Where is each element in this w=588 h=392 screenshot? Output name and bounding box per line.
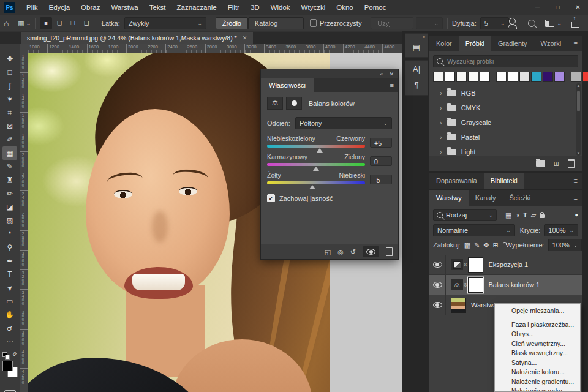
clone-stamp-tool[interactable]: ♜ bbox=[2, 173, 17, 187]
layer-row-balans-kolorow[interactable]: ⚖ ∞ Balans kolorów 1 bbox=[429, 275, 582, 295]
tab-warstwy[interactable]: Warstwy bbox=[429, 190, 469, 206]
visibility-cell[interactable] bbox=[429, 255, 446, 274]
color-swatch[interactable] bbox=[531, 72, 541, 82]
color-swatch[interactable] bbox=[468, 72, 478, 82]
pattern-picker-dropdown[interactable]: ⌄ bbox=[416, 17, 443, 29]
menu-tekst[interactable]: Tekst bbox=[144, 0, 172, 15]
blend-mode-dropdown[interactable]: Normalnie ⌄ bbox=[433, 224, 515, 236]
search-icon[interactable] bbox=[528, 20, 535, 27]
menu-warstwa[interactable]: Warstwa bbox=[105, 0, 143, 15]
menu-wtyczki[interactable]: Wtyczki bbox=[296, 0, 331, 15]
use-pattern-button[interactable]: Użyj wzorku bbox=[371, 17, 413, 29]
folder-pastel[interactable]: › Pastel bbox=[429, 130, 582, 145]
fill-dropdown[interactable]: 100% ⌄ bbox=[548, 239, 582, 251]
trash-icon[interactable] bbox=[568, 159, 575, 168]
layer-name[interactable]: Balans kolorów 1 bbox=[488, 281, 540, 288]
color-swatch[interactable] bbox=[554, 72, 565, 82]
share-for-review-icon[interactable] bbox=[509, 18, 516, 24]
color-swatch[interactable] bbox=[456, 72, 467, 82]
menu-item-nalozenie-wzorku[interactable]: Nałożenie wzorku... bbox=[495, 386, 580, 392]
slider-track[interactable] bbox=[267, 181, 365, 184]
layer-name[interactable]: Ekspozycja 1 bbox=[488, 261, 528, 268]
mode-subtract-selection[interactable]: ❐ bbox=[67, 17, 79, 29]
tab-gradienty[interactable]: Gradienty bbox=[491, 36, 534, 51]
close-icon[interactable]: ✕ bbox=[568, 0, 588, 15]
swatch-search[interactable] bbox=[433, 55, 578, 67]
preserve-luminosity-checkbox[interactable]: ✓ bbox=[267, 194, 275, 202]
tab-wzorki[interactable]: Wzorki bbox=[534, 36, 568, 51]
history-brush-tool[interactable]: ✏ bbox=[2, 187, 17, 200]
collapse-icon[interactable]: « bbox=[405, 34, 428, 40]
workspace-switcher[interactable]: ⌄ bbox=[545, 20, 562, 27]
menu-item-faza-i-plaskorzezba[interactable]: Faza i płaskorzeźba... bbox=[495, 320, 580, 330]
chevron-down-icon[interactable]: ⌄ bbox=[26, 20, 31, 26]
menu-item-blask-wewnetrzny[interactable]: Blask wewnętrzny... bbox=[495, 349, 580, 358]
visibility-cell[interactable] bbox=[429, 295, 446, 315]
color-swatch[interactable] bbox=[480, 72, 490, 82]
color-swatch[interactable] bbox=[508, 72, 518, 82]
visibility-cell[interactable] bbox=[429, 275, 446, 295]
slider-value-field[interactable]: 0 bbox=[370, 156, 392, 166]
scrollbar[interactable]: ▲ ▼ bbox=[576, 83, 581, 156]
color-swatch[interactable] bbox=[433, 72, 443, 82]
scroll-down-icon[interactable]: ▼ bbox=[576, 151, 581, 155]
opacity-dropdown[interactable]: 100% ⌄ bbox=[544, 224, 578, 236]
eraser-tool[interactable]: ◪ bbox=[2, 200, 17, 214]
menu-item-obrys[interactable]: Obrys... bbox=[495, 330, 580, 339]
source-toggle[interactable]: Źródło bbox=[216, 17, 248, 29]
layer-mask-thumbnail[interactable] bbox=[468, 257, 483, 273]
tone-dropdown[interactable]: Półtony ⌄ bbox=[295, 117, 392, 129]
menu-filtr[interactable]: Filtr bbox=[222, 0, 245, 15]
filter-toggle-icon[interactable]: ● bbox=[575, 212, 578, 218]
filter-adjustment-layers-icon[interactable]: ◑ bbox=[515, 211, 519, 219]
menu-edycja[interactable]: Edycja bbox=[43, 0, 76, 15]
delete-adjustment-icon[interactable] bbox=[386, 247, 393, 256]
patch-tool[interactable]: ▦ bbox=[2, 146, 17, 160]
menu-okno[interactable]: Okno bbox=[331, 0, 359, 15]
lock-transparency-icon[interactable]: ▩ bbox=[464, 241, 470, 249]
folder-grayscale[interactable]: › Grayscale bbox=[429, 115, 582, 130]
tab-biblioteki[interactable]: Biblioteki bbox=[484, 173, 524, 189]
paragraph-panel-icon[interactable]: ¶ bbox=[405, 77, 428, 92]
new-group-icon[interactable] bbox=[536, 160, 545, 167]
tool-preset-icon[interactable]: ▦ bbox=[18, 19, 24, 27]
slider-value-field[interactable]: +5 bbox=[370, 138, 392, 148]
slider-track[interactable] bbox=[267, 145, 365, 148]
slider-thumb[interactable] bbox=[313, 167, 319, 171]
pen-tool[interactable]: ✒ bbox=[2, 254, 17, 268]
menu-obraz[interactable]: Obraz bbox=[75, 0, 105, 15]
menu-item-satyna[interactable]: Satyna... bbox=[495, 358, 580, 368]
layer-row-ekspozycja[interactable]: ∞ Ekspozycja 1 bbox=[429, 255, 582, 275]
scrollbar-thumb[interactable] bbox=[577, 91, 580, 111]
crop-tool[interactable]: ⌗ bbox=[2, 106, 17, 119]
folder-cmyk[interactable]: › CMYK bbox=[429, 100, 582, 115]
rectangular-marquee-tool[interactable]: □ bbox=[2, 66, 17, 79]
diffusion-dropdown[interactable]: 5 ⌄ bbox=[480, 17, 510, 29]
menu-item-opcje-mieszania[interactable]: Opcje mieszania... bbox=[495, 306, 580, 316]
tab-dopasowania[interactable]: Dopasowania bbox=[429, 173, 484, 189]
color-swatch[interactable] bbox=[519, 72, 530, 82]
new-swatch-icon[interactable]: ⊞ bbox=[554, 160, 559, 168]
filter-type-layers-icon[interactable]: T bbox=[523, 211, 527, 219]
layer-mask-thumbnail[interactable] bbox=[468, 277, 483, 293]
lock-artboard-icon[interactable]: ⊞ bbox=[492, 241, 498, 249]
menu-item-nalozenie-gradientu[interactable]: Nałożenie gradientu... bbox=[495, 377, 580, 387]
eyedropper-tool[interactable]: ✐ bbox=[2, 133, 17, 146]
menu-item-cien-wewnetrzny[interactable]: Cień wewnętrzny... bbox=[495, 339, 580, 349]
clip-to-layer-icon[interactable]: ◱ bbox=[325, 248, 331, 256]
scroll-up-icon[interactable]: ▲ bbox=[576, 84, 581, 88]
slice-tool[interactable]: ⊠ bbox=[2, 119, 17, 133]
lock-move-icon[interactable]: ✥ bbox=[483, 241, 489, 249]
mode-new-selection[interactable]: ■ bbox=[40, 17, 52, 29]
slider-thumb[interactable] bbox=[317, 148, 323, 153]
mode-add-selection[interactable]: ❏ bbox=[53, 17, 66, 29]
close-panel-icon[interactable]: ✕ bbox=[389, 71, 394, 77]
color-swatch[interactable] bbox=[543, 72, 553, 82]
folder-rgb[interactable]: › RGB bbox=[429, 86, 582, 100]
patch-mode-dropdown[interactable]: Zwykły ⌄ bbox=[124, 17, 206, 29]
menu-zaznaczanie[interactable]: Zaznaczanie bbox=[172, 0, 222, 15]
layer-filter-dropdown[interactable]: Rodzaj ⌄ bbox=[433, 209, 497, 221]
menu-widok[interactable]: Widok bbox=[265, 0, 296, 15]
document-tab[interactable]: smiling_t20_pRmrmd.jpg @ 24.4% (Balans k… bbox=[21, 32, 253, 44]
lock-paint-icon[interactable]: ✎ bbox=[474, 241, 480, 249]
